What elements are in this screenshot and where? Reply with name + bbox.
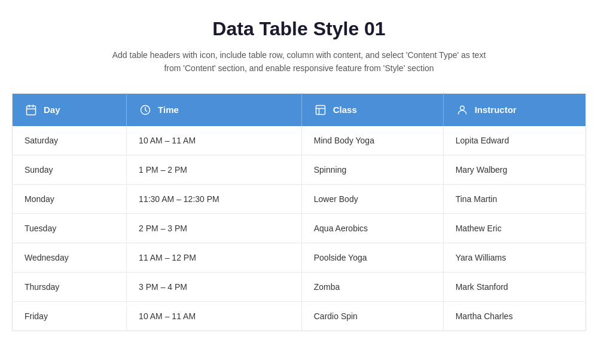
- cell-class: Spinning: [301, 155, 443, 184]
- col-time-label: Time: [158, 105, 179, 115]
- cell-time: 10 AM – 11 AM: [127, 126, 302, 155]
- col-header-instructor: Instructor: [443, 93, 585, 126]
- cell-time: 3 PM – 4 PM: [127, 272, 302, 301]
- clock-icon: [139, 103, 152, 117]
- table-row: Saturday10 AM – 11 AMMind Body YogaLopit…: [13, 126, 586, 155]
- cell-time: 11 AM – 12 PM: [127, 243, 302, 272]
- cell-time: 10 AM – 11 AM: [127, 301, 302, 331]
- table-row: Wednesday11 AM – 12 PMPoolside YogaYara …: [13, 243, 586, 272]
- table-header-row: Day Time: [13, 93, 586, 126]
- cell-instructor: Mark Stanford: [443, 272, 585, 301]
- cell-class: Cardio Spin: [301, 301, 443, 331]
- table-row: Thursday3 PM – 4 PMZombaMark Stanford: [13, 272, 586, 301]
- cell-day: Tuesday: [13, 213, 127, 243]
- table-row: Tuesday2 PM – 3 PMAqua AerobicsMathew Er…: [13, 213, 586, 243]
- table-row: Monday11:30 AM – 12:30 PMLower BodyTina …: [13, 184, 586, 213]
- cell-class: Aqua Aerobics: [301, 213, 443, 243]
- person-icon: [456, 103, 469, 117]
- col-day-label: Day: [44, 105, 60, 115]
- cell-day: Thursday: [13, 272, 127, 301]
- cell-time: 1 PM – 2 PM: [127, 155, 302, 184]
- cell-class: Poolside Yoga: [301, 243, 443, 272]
- svg-rect-5: [316, 105, 325, 114]
- cell-day: Saturday: [13, 126, 127, 155]
- tag-icon: [314, 103, 327, 117]
- page-subtitle: Add table headers with icon, include tab…: [12, 48, 586, 75]
- col-class-label: Class: [333, 105, 357, 115]
- cell-day: Monday: [13, 184, 127, 213]
- col-header-time: Time: [127, 93, 302, 126]
- cell-instructor: Yara Williams: [443, 243, 585, 272]
- cell-instructor: Tina Martin: [443, 184, 585, 213]
- cell-instructor: Mary Walberg: [443, 155, 585, 184]
- cell-instructor: Lopita Edward: [443, 126, 585, 155]
- cell-day: Friday: [13, 301, 127, 331]
- data-table: Day Time: [12, 93, 586, 331]
- cell-instructor: Martha Charles: [443, 301, 585, 331]
- col-header-class: Class: [301, 93, 443, 126]
- table-row: Sunday1 PM – 2 PMSpinningMary Walberg: [13, 155, 586, 184]
- cell-class: Zomba: [301, 272, 443, 301]
- subtitle-line2: from 'Content' section, and enable respo…: [164, 63, 434, 73]
- svg-point-8: [460, 106, 464, 110]
- cell-time: 2 PM – 3 PM: [127, 213, 302, 243]
- page-container: Data Table Style 01 Add table headers wi…: [12, 18, 586, 331]
- table-body: Saturday10 AM – 11 AMMind Body YogaLopit…: [13, 126, 586, 331]
- svg-rect-0: [27, 106, 36, 115]
- subtitle-line1: Add table headers with icon, include tab…: [112, 50, 486, 60]
- cell-instructor: Mathew Eric: [443, 213, 585, 243]
- cell-day: Wednesday: [13, 243, 127, 272]
- col-instructor-label: Instructor: [475, 105, 517, 115]
- table-row: Friday10 AM – 11 AMCardio SpinMartha Cha…: [13, 301, 586, 331]
- cell-time: 11:30 AM – 12:30 PM: [127, 184, 302, 213]
- cell-class: Mind Body Yoga: [301, 126, 443, 155]
- page-title: Data Table Style 01: [12, 18, 586, 40]
- cell-class: Lower Body: [301, 184, 443, 213]
- calendar-icon: [25, 103, 38, 117]
- cell-day: Sunday: [13, 155, 127, 184]
- col-header-day: Day: [13, 93, 127, 126]
